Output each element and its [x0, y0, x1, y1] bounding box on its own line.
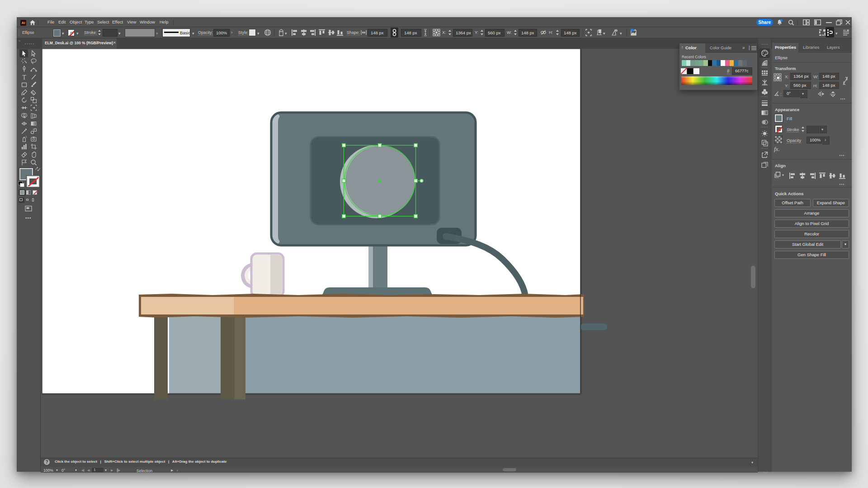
svg-text:T: T — [22, 74, 26, 81]
